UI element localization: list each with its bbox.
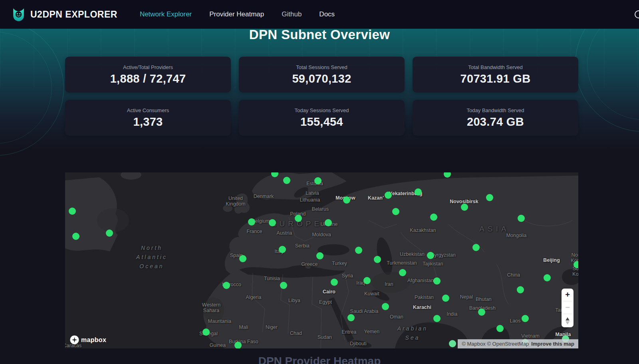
provider-dot[interactable] bbox=[385, 192, 392, 199]
compass-button[interactable] bbox=[562, 314, 574, 327]
provider-dot[interactable] bbox=[374, 256, 381, 263]
improve-map-link[interactable]: Improve this map bbox=[531, 341, 574, 347]
stat-label: Active Consumers bbox=[127, 107, 169, 113]
nav-item-docs[interactable]: Docs bbox=[319, 10, 335, 18]
stat-value: 70731.91 GB bbox=[460, 72, 531, 85]
compass-down-icon bbox=[566, 321, 570, 324]
mapbox-icon bbox=[70, 335, 79, 344]
provider-dot[interactable] bbox=[518, 215, 525, 222]
mapbox-logo-text: mapbox bbox=[81, 336, 106, 344]
stat-label: Today Bandwidth Served bbox=[467, 107, 524, 113]
provider-dot[interactable] bbox=[486, 194, 493, 201]
provider-dot[interactable] bbox=[271, 172, 278, 177]
app-title: U2DPN EXPLORER bbox=[30, 9, 117, 20]
stat-card-total-bandwidth: Total Bandwidth Served 70731.91 GB bbox=[413, 57, 578, 93]
provider-dot[interactable] bbox=[574, 261, 578, 268]
stat-card-today-sessions: Today Sessions Served 155,454 bbox=[239, 100, 405, 136]
provider-dot[interactable] bbox=[106, 229, 113, 237]
provider-dot[interactable] bbox=[239, 255, 246, 262]
provider-dot[interactable] bbox=[472, 244, 480, 251]
provider-dot[interactable] bbox=[343, 196, 350, 204]
provider-dot[interactable] bbox=[234, 342, 242, 348]
top-nav-bar: U2DPN EXPLORER Network Explorer Provider… bbox=[0, 0, 639, 29]
provider-dot[interactable] bbox=[316, 252, 323, 259]
stat-value: 1,888 / 72,747 bbox=[110, 72, 186, 85]
provider-dot[interactable] bbox=[248, 218, 255, 226]
zoom-out-button[interactable]: − bbox=[562, 301, 574, 314]
stat-value: 59,070,132 bbox=[292, 72, 351, 85]
u2dpn-logo-icon bbox=[11, 7, 26, 22]
stat-label: Active/Total Providers bbox=[123, 64, 173, 70]
stat-card-today-bandwidth: Today Bandwidth Served 203.74 GB bbox=[413, 100, 578, 136]
provider-dot[interactable] bbox=[496, 325, 504, 332]
nav-item-network-explorer[interactable]: Network Explorer bbox=[140, 10, 192, 18]
provider-dot[interactable] bbox=[295, 215, 302, 222]
main-nav: Network Explorer Provider Heatmap Github… bbox=[140, 10, 335, 18]
provider-dot[interactable] bbox=[69, 208, 76, 215]
next-section-title: DPN Provider Heatmap bbox=[0, 355, 639, 364]
compass-up-icon bbox=[566, 317, 570, 320]
provider-dot[interactable] bbox=[433, 277, 441, 285]
provider-dot[interactable] bbox=[433, 315, 441, 322]
provider-dot[interactable] bbox=[382, 303, 389, 310]
stat-card-total-sessions: Total Sessions Served 59,070,132 bbox=[239, 57, 405, 93]
map-attribution: © Mapbox © OpenStreetMap Improve this ma… bbox=[458, 339, 578, 348]
provider-dot[interactable] bbox=[280, 282, 287, 289]
stat-card-active-consumers: Active Consumers 1,373 bbox=[65, 100, 231, 136]
brand[interactable]: U2DPN EXPLORER bbox=[11, 7, 117, 22]
provider-dot[interactable] bbox=[347, 314, 355, 321]
provider-dot[interactable] bbox=[355, 247, 362, 254]
provider-dot[interactable] bbox=[363, 277, 371, 284]
provider-dot[interactable] bbox=[442, 295, 449, 302]
stat-value: 203.74 GB bbox=[467, 115, 524, 129]
provider-dot[interactable] bbox=[478, 309, 485, 316]
stat-card-active-total-providers: Active/Total Providers 1,888 / 72,747 bbox=[65, 57, 231, 93]
stat-value: 155,454 bbox=[300, 115, 343, 129]
provider-dot[interactable] bbox=[461, 204, 468, 211]
page-title: DPN Subnet Overview bbox=[0, 27, 639, 42]
stat-label: Total Sessions Served bbox=[296, 64, 347, 70]
provider-dot[interactable] bbox=[269, 219, 276, 226]
provider-dot[interactable] bbox=[522, 315, 529, 322]
provider-dot[interactable] bbox=[444, 172, 451, 178]
provider-dot[interactable] bbox=[325, 219, 332, 226]
provider-dot[interactable] bbox=[449, 340, 456, 347]
map-canvas[interactable]: United KingdomDenmarkEstoniaLatviaLithua… bbox=[65, 172, 578, 348]
provider-dot[interactable] bbox=[314, 177, 321, 184]
provider-dot[interactable] bbox=[283, 177, 290, 184]
provider-dot[interactable] bbox=[279, 246, 286, 253]
provider-dot[interactable] bbox=[202, 328, 210, 336]
provider-dot[interactable] bbox=[331, 279, 338, 286]
provider-dot[interactable] bbox=[427, 252, 434, 259]
stats-grid: Active/Total Providers 1,888 / 72,747 To… bbox=[65, 57, 578, 136]
provider-dot[interactable] bbox=[430, 214, 437, 221]
nav-item-provider-heatmap[interactable]: Provider Heatmap bbox=[209, 10, 264, 18]
search-icon[interactable] bbox=[635, 10, 639, 18]
provider-dot[interactable] bbox=[399, 269, 406, 276]
provider-dot[interactable] bbox=[72, 233, 79, 240]
stat-value: 1,373 bbox=[133, 115, 163, 129]
provider-dots-layer bbox=[65, 172, 578, 348]
stat-label: Today Sessions Served bbox=[295, 107, 349, 113]
provider-dot[interactable] bbox=[544, 274, 551, 281]
provider-dot[interactable] bbox=[415, 188, 422, 196]
zoom-in-button[interactable]: + bbox=[562, 289, 574, 301]
nav-item-github[interactable]: Github bbox=[282, 10, 302, 18]
map-zoom-control: + − bbox=[562, 289, 574, 327]
stat-label: Total Bandwidth Served bbox=[468, 64, 523, 70]
mapbox-logo-link[interactable]: mapbox bbox=[70, 335, 106, 344]
provider-dot[interactable] bbox=[517, 286, 524, 293]
provider-dot[interactable] bbox=[223, 282, 230, 289]
map-copyright: © Mapbox © OpenStreetMap bbox=[462, 341, 529, 347]
provider-dot[interactable] bbox=[392, 208, 399, 215]
